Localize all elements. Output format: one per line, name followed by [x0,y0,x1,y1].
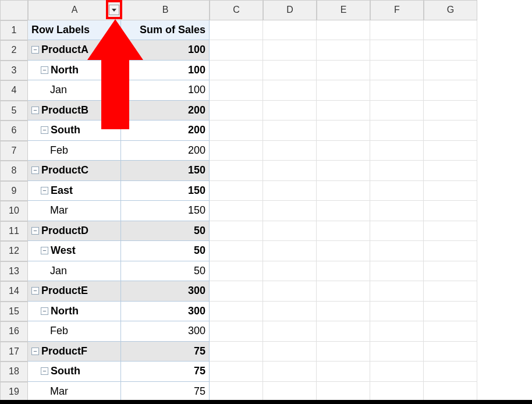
pivot-value-row-7[interactable]: 200 [121,141,210,161]
row-header-2[interactable]: 2 [0,40,28,61]
pivot-label-row-11[interactable]: −ProductD [28,221,121,242]
empty-cell[interactable] [370,382,424,402]
row-header-16[interactable]: 16 [0,321,28,342]
empty-cell[interactable] [370,241,424,261]
pivot-label-row-4[interactable]: Jan [28,80,121,101]
empty-cell[interactable] [370,141,424,161]
empty-cell[interactable] [424,201,477,221]
pivot-label-row-14[interactable]: −ProductE [28,281,121,302]
empty-cell[interactable] [370,281,424,302]
row-header-15[interactable]: 15 [0,302,28,322]
col-header-D[interactable]: D [263,0,317,20]
collapse-icon[interactable]: − [41,247,48,254]
empty-cell[interactable] [210,20,263,41]
row-header-10[interactable]: 10 [0,201,28,221]
empty-cell[interactable] [370,342,424,362]
empty-cell[interactable] [424,40,477,61]
empty-cell[interactable] [210,161,263,181]
pivot-value-row-4[interactable]: 100 [121,80,210,101]
row-header-14[interactable]: 14 [0,281,28,302]
pivot-value-row-13[interactable]: 50 [121,261,210,282]
empty-cell[interactable] [424,302,477,322]
row-header-3[interactable]: 3 [0,61,28,81]
empty-cell[interactable] [263,221,317,242]
empty-cell[interactable] [370,80,424,101]
pivot-label-row-15[interactable]: −North [28,302,121,322]
pivot-label-row-10[interactable]: Mar [28,201,121,221]
empty-cell[interactable] [424,161,477,181]
pivot-value-row-10[interactable]: 150 [121,201,210,221]
pivot-label-row-13[interactable]: Jan [28,261,121,282]
pivot-label-row-18[interactable]: −South [28,362,121,382]
row-header-1[interactable]: 1 [0,20,28,41]
pivot-value-row-11[interactable]: 50 [121,221,210,242]
empty-cell[interactable] [210,342,263,362]
empty-cell[interactable] [424,221,477,242]
row-header-19[interactable]: 19 [0,382,28,402]
empty-cell[interactable] [263,101,317,121]
empty-cell[interactable] [424,121,477,141]
pivot-value-row-16[interactable]: 300 [121,321,210,342]
pivot-label-row-9[interactable]: −East [28,181,121,201]
pivot-label-row-16[interactable]: Feb [28,321,121,342]
empty-cell[interactable] [317,342,370,362]
empty-cell[interactable] [210,241,263,261]
empty-cell[interactable] [424,241,477,261]
collapse-icon[interactable]: − [41,367,48,375]
empty-cell[interactable] [210,61,263,81]
empty-cell[interactable] [263,201,317,221]
empty-cell[interactable] [210,382,263,402]
collapse-icon[interactable]: − [41,66,48,74]
empty-cell[interactable] [210,201,263,221]
col-header-A[interactable]: A [28,0,121,20]
empty-cell[interactable] [210,362,263,382]
collapse-icon[interactable]: − [31,46,39,54]
pivot-label-row-2[interactable]: −ProductA [28,40,121,61]
empty-cell[interactable] [263,241,317,261]
col-header-C[interactable]: C [210,0,263,20]
empty-cell[interactable] [424,342,477,362]
empty-cell[interactable] [424,281,477,302]
empty-cell[interactable] [210,80,263,101]
empty-cell[interactable] [263,281,317,302]
empty-cell[interactable] [263,181,317,201]
empty-cell[interactable] [263,261,317,282]
empty-cell[interactable] [424,80,477,101]
empty-cell[interactable] [317,40,370,61]
empty-cell[interactable] [317,221,370,242]
empty-cell[interactable] [317,61,370,81]
empty-cell[interactable] [370,261,424,282]
empty-cell[interactable] [317,101,370,121]
empty-cell[interactable] [424,321,477,342]
pivot-value-row-14[interactable]: 300 [121,281,210,302]
pivot-value-row-15[interactable]: 300 [121,302,210,322]
pivot-sum-header[interactable]: Sum of Sales [121,20,210,41]
collapse-icon[interactable]: − [41,187,48,194]
empty-cell[interactable] [317,302,370,322]
empty-cell[interactable] [370,101,424,121]
row-header-9[interactable]: 9 [0,181,28,201]
pivot-row-labels-header[interactable]: Row Labels [28,20,121,41]
empty-cell[interactable] [263,161,317,181]
empty-cell[interactable] [424,181,477,201]
empty-cell[interactable] [210,40,263,61]
empty-cell[interactable] [317,321,370,342]
col-header-F[interactable]: F [370,0,424,20]
empty-cell[interactable] [210,261,263,282]
empty-cell[interactable] [263,141,317,161]
row-header-17[interactable]: 17 [0,342,28,362]
empty-cell[interactable] [370,201,424,221]
pivot-value-row-19[interactable]: 75 [121,382,210,402]
empty-cell[interactable] [263,321,317,342]
empty-cell[interactable] [424,20,477,41]
empty-cell[interactable] [317,281,370,302]
row-header-7[interactable]: 7 [0,141,28,161]
empty-cell[interactable] [210,302,263,322]
empty-cell[interactable] [317,161,370,181]
empty-cell[interactable] [370,302,424,322]
empty-cell[interactable] [317,20,370,41]
row-header-6[interactable]: 6 [0,121,28,141]
empty-cell[interactable] [263,20,317,41]
empty-cell[interactable] [263,121,317,141]
pivot-value-row-3[interactable]: 100 [121,61,210,81]
